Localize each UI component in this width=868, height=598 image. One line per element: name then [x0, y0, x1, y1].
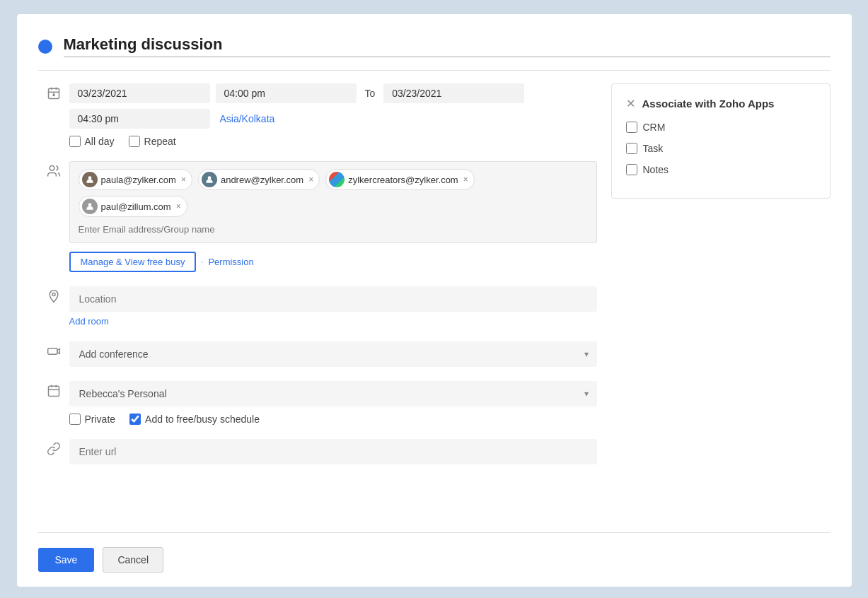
allday-repeat-row: All day Repeat [69, 136, 597, 147]
manage-free-busy-button[interactable]: Manage & View free busy [69, 252, 197, 272]
cancel-button[interactable]: Cancel [103, 547, 163, 573]
svg-rect-12 [47, 348, 57, 354]
attendee-email-paula: paula@zylker.com [101, 175, 176, 185]
remove-attendee-zylker[interactable]: × [463, 175, 468, 184]
task-label: Task [643, 143, 664, 154]
to-time-input[interactable] [69, 109, 210, 129]
content-area: To Asia/Kolkata All day Repeat [38, 83, 831, 518]
attendees-tags: paula@zylker.com × andrew@zylker.com × [79, 169, 588, 217]
from-date-input[interactable] [69, 83, 210, 103]
allday-label: All day [85, 136, 115, 147]
event-title-input[interactable] [64, 35, 831, 57]
attendees-box[interactable]: paula@zylker.com × andrew@zylker.com × [69, 161, 597, 243]
notes-checkbox[interactable] [626, 164, 637, 175]
svg-rect-13 [48, 386, 59, 396]
svg-point-7 [50, 166, 54, 171]
event-color-dot [38, 40, 52, 54]
repeat-checkbox-label[interactable]: Repeat [129, 136, 176, 147]
private-checkbox[interactable] [69, 414, 81, 425]
from-time-input[interactable] [216, 83, 357, 103]
conference-icon [38, 341, 69, 358]
attendee-email-andrew: andrew@zylker.com [221, 175, 303, 185]
location-row: Add room [38, 286, 597, 327]
freebusy-label: Add to free/busy schedule [145, 414, 260, 425]
calendar-select[interactable]: Rebecca's Personal [69, 381, 597, 406]
right-panel: ✕ Associate with Zoho Apps CRM Task Note… [611, 83, 831, 518]
url-row [38, 439, 597, 464]
repeat-label: Repeat [144, 136, 176, 147]
attendee-tag-andrew: andrew@zylker.com × [198, 169, 320, 190]
associate-x-icon: ✕ [626, 97, 635, 110]
avatar-andrew [202, 172, 217, 187]
url-input[interactable] [69, 439, 597, 464]
svg-point-11 [52, 293, 54, 295]
attendee-email-input[interactable] [79, 224, 220, 235]
to-date-input[interactable] [383, 83, 524, 103]
svg-point-10 [88, 203, 91, 206]
attendee-tag-paula: paula@zylker.com × [79, 169, 192, 190]
task-checkbox[interactable] [626, 143, 637, 154]
associate-item-crm: CRM [626, 122, 816, 133]
private-checkbox-label[interactable]: Private [69, 414, 116, 425]
dot-separator: · [200, 254, 204, 269]
associate-box: ✕ Associate with Zoho Apps CRM Task Note… [611, 83, 831, 199]
svg-point-9 [208, 176, 212, 180]
conference-content: Add conference ▾ [69, 341, 597, 367]
main-container: To Asia/Kolkata All day Repeat [17, 14, 852, 587]
save-button[interactable]: Save [38, 548, 95, 572]
datetime-content: To Asia/Kolkata All day Repeat [69, 83, 597, 147]
freebusy-checkbox[interactable] [129, 414, 141, 425]
attendees-icon [38, 161, 69, 178]
manage-permission-row: Manage & View free busy · Permission [69, 252, 597, 272]
remove-attendee-paula[interactable]: × [181, 175, 186, 184]
allday-checkbox[interactable] [69, 136, 81, 147]
crm-label: CRM [643, 122, 666, 133]
datetime-inputs: To Asia/Kolkata [69, 83, 597, 129]
attendee-email-zylker: zylkercreators@zylker.com [348, 175, 458, 185]
attendee-tag-zylker: zylkercreators@zylker.com × [325, 169, 475, 190]
options-row: Private Add to free/busy schedule [69, 414, 597, 425]
freebusy-checkbox-label[interactable]: Add to free/busy schedule [129, 414, 260, 425]
title-divider [38, 70, 831, 71]
private-label: Private [85, 414, 116, 425]
notes-label: Notes [643, 164, 669, 175]
associate-title: Associate with Zoho Apps [642, 98, 775, 110]
attendee-tag-paul: paul@zillum.com × [79, 196, 187, 217]
title-section [38, 35, 831, 57]
allday-checkbox-label[interactable]: All day [69, 136, 115, 147]
datetime-icon [38, 83, 69, 100]
footer: Save Cancel [38, 532, 831, 573]
svg-point-8 [88, 176, 91, 180]
associate-header: ✕ Associate with Zoho Apps [626, 97, 816, 110]
crm-checkbox[interactable] [626, 122, 637, 133]
calendar-icon [38, 381, 69, 398]
conference-select-wrapper: Add conference ▾ [69, 341, 597, 367]
remove-attendee-paul[interactable]: × [176, 201, 181, 211]
repeat-checkbox[interactable] [129, 136, 140, 147]
add-room-link[interactable]: Add room [69, 316, 109, 327]
location-input[interactable] [69, 286, 597, 312]
calendar-content: Rebecca's Personal ▾ Private Add to free… [69, 381, 597, 425]
location-content: Add room [69, 286, 597, 327]
avatar-paul [82, 199, 98, 214]
attendees-row: paula@zylker.com × andrew@zylker.com × [38, 161, 597, 272]
associate-item-task: Task [626, 143, 816, 154]
datetime-row: To Asia/Kolkata All day Repeat [38, 83, 597, 147]
left-panel: To Asia/Kolkata All day Repeat [38, 83, 597, 518]
avatar-paula [82, 172, 98, 187]
url-content [69, 439, 597, 464]
location-icon [38, 286, 69, 303]
calendar-select-wrapper: Rebecca's Personal ▾ [69, 381, 597, 406]
permission-button[interactable]: Permission [208, 257, 253, 267]
calendar-row: Rebecca's Personal ▾ Private Add to free… [38, 381, 597, 425]
conference-select[interactable]: Add conference [69, 341, 597, 367]
attendees-content: paula@zylker.com × andrew@zylker.com × [69, 161, 597, 272]
url-icon [38, 439, 69, 456]
remove-attendee-andrew[interactable]: × [308, 175, 313, 184]
conference-row: Add conference ▾ [38, 341, 597, 367]
associate-item-notes: Notes [626, 164, 816, 175]
attendee-email-paul: paul@zillum.com [101, 201, 171, 212]
avatar-zylker [329, 172, 345, 187]
timezone-link[interactable]: Asia/Kolkata [220, 113, 275, 124]
to-label: To [362, 88, 378, 99]
